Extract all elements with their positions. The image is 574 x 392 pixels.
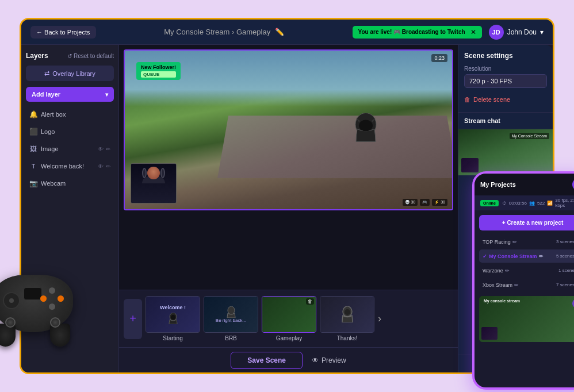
add-layer-button[interactable]: Add layer ▾: [26, 87, 114, 102]
layer-name-image: Image: [41, 145, 94, 152]
main-content: New Follower! QUEUE: [119, 45, 458, 372]
resolution-select[interactable]: 720 p - 30 FPS 1080 p - 60 FPS 480 p - 3…: [464, 74, 547, 88]
scenes-bar: + Welcome ! Starting: [119, 290, 458, 347]
save-scene-button[interactable]: Save Scene: [231, 352, 303, 369]
project-name-xbox-stream: Xbox Stream ✏: [483, 282, 556, 288]
project-name-top-racing: TOP Racing ✏: [483, 239, 556, 245]
layer-item-image[interactable]: 🖼 Image 👁 ✏: [26, 142, 114, 156]
preview-button[interactable]: 👁 Preview: [312, 356, 346, 364]
status-online-badge: Online: [480, 200, 499, 206]
scene-label-starting: Starting: [163, 335, 182, 341]
gamepad-decoration: [0, 275, 79, 349]
image-icon: 🖼: [29, 145, 37, 153]
layer-item-alert-box[interactable]: 🔔 Alert box: [26, 107, 114, 121]
phone-preview-webcam: [481, 327, 498, 340]
image-edit-icon[interactable]: ✏: [106, 146, 110, 152]
project-name-my-console: ✓ My Console Stream ✏: [483, 253, 556, 259]
stream-chat-header: Stream chat: [458, 113, 553, 129]
resolution-label: Resolution: [464, 66, 547, 72]
phone-project-top-racing[interactable]: TOP Racing ✏ 3 scenes 🗑: [479, 235, 574, 248]
layer-item-welcome[interactable]: T Welcome back! 👁 ✏: [26, 159, 114, 173]
welcome-visibility-icon[interactable]: 👁: [98, 163, 104, 170]
layer-name-webcam: Webcam: [41, 180, 110, 187]
game-scene: New Follower! QUEUE: [125, 51, 452, 209]
stream-preview-thumbnail: My Console Stream: [458, 129, 553, 175]
layer-name-logo: Logo: [41, 128, 110, 135]
webcam-overlay: [131, 163, 177, 203]
scene-thumb-brb: Be right back...: [204, 296, 258, 333]
scene-label-gameplay: Gameplay: [276, 335, 303, 341]
svg-point-8: [345, 309, 350, 315]
app-header: ← Back to Projects My Console Stream › G…: [21, 20, 553, 45]
scene-separator: ›: [232, 28, 236, 36]
alert-box-icon: 🔔: [29, 110, 37, 118]
welcome-actions: 👁 ✏: [98, 163, 110, 170]
scene-thumb-starting: Welcome !: [146, 296, 200, 333]
phone-status-bar: Online ⏱00:03:56 👥522 📶30 fps, 2760 kbps: [474, 195, 574, 210]
svg-point-6: [228, 306, 235, 314]
edit-pencil-icon[interactable]: ✏️: [275, 28, 284, 36]
image-visibility-icon[interactable]: 👁: [98, 146, 104, 152]
canvas-area: New Follower! QUEUE: [119, 45, 458, 290]
game-hud: 💀 30 🎮 ⚡ 30: [403, 199, 447, 206]
logo-icon: ⬛: [29, 128, 37, 136]
phone-project-list: TOP Racing ✏ 3 scenes 🗑 ✓ My Console Str…: [474, 235, 574, 291]
live-badge: You are live! 🎮 Broadcasting to Twitch ✕: [353, 26, 482, 39]
svg-point-1: [359, 120, 373, 132]
back-to-projects-button[interactable]: ← Back to Projects: [30, 26, 96, 39]
status-info: ⏱00:03:56 👥522 📶30 fps, 2760 kbps: [502, 198, 574, 208]
welcome-edit-icon[interactable]: ✏: [106, 163, 110, 170]
layer-item-logo[interactable]: ⬛ Logo: [26, 125, 114, 139]
eye-icon: 👁: [312, 356, 319, 364]
scenes-scroll-right[interactable]: ›: [378, 313, 381, 325]
scene-delete-button[interactable]: 🗑: [306, 298, 314, 305]
scene-item-brb[interactable]: Be right back... BRB: [204, 296, 258, 341]
overlay-icon: ⇄: [44, 70, 49, 77]
phone-preview-section: My console stream 👤: [479, 296, 574, 342]
phone-overlay: My Projects JD Online ⏱00:03:56 👥522 📶30…: [472, 171, 574, 390]
follower-alert: New Follower! QUEUE: [136, 62, 181, 80]
live-close-button[interactable]: ✕: [470, 28, 476, 36]
trash-icon: 🗑: [464, 96, 470, 103]
scene-settings: Scene settings Resolution 720 p - 30 FPS…: [458, 45, 553, 113]
layer-item-webcam[interactable]: 📷 Webcam: [26, 176, 114, 190]
stream-canvas[interactable]: New Follower! QUEUE: [124, 49, 453, 210]
scene-item-starting[interactable]: Welcome ! Starting: [146, 296, 200, 341]
scene-name: Gameplay: [236, 28, 270, 36]
phone-project-warzone[interactable]: Warzone ✏ 1 scene 🗑: [479, 264, 574, 277]
add-layer-chevron-icon: ▾: [105, 91, 108, 98]
phone-title: My Projects: [480, 181, 516, 188]
phone-project-my-console[interactable]: ✓ My Console Stream ✏ 5 scenes 🗑: [479, 249, 574, 263]
phone-header: My Projects JD: [474, 174, 574, 195]
game-timer: 0:23: [431, 54, 447, 62]
user-name: John Dou: [507, 28, 537, 36]
layer-name-alert-box: Alert box: [41, 111, 110, 118]
user-dropdown-icon[interactable]: ▾: [540, 28, 544, 36]
scene-label-thanks: Thanks!: [337, 335, 358, 341]
overlay-library-button[interactable]: ⇄ Overlay Library: [26, 66, 114, 81]
reset-to-default-button[interactable]: ↺ Reset to default: [67, 53, 114, 59]
project-title: My Console Stream › Gameplay ✏️: [103, 28, 346, 36]
scene-thumb-gameplay: 🗑: [262, 296, 316, 333]
scene-settings-title: Scene settings: [464, 52, 547, 60]
image-actions: 👁 ✏: [98, 146, 110, 152]
project-name-warzone: Warzone ✏: [483, 268, 558, 274]
svg-point-5: [171, 315, 175, 320]
add-scene-button[interactable]: +: [124, 299, 142, 339]
scene-thumb-thanks: [320, 296, 374, 333]
delete-scene-button[interactable]: 🗑 Delete scene: [464, 94, 510, 105]
scene-item-gameplay[interactable]: 🗑 Gameplay: [262, 296, 316, 341]
webcam-icon: 📷: [29, 179, 37, 187]
scene-item-thanks[interactable]: Thanks!: [320, 296, 374, 341]
phone-project-xbox-stream[interactable]: Xbox Stream ✏ 7 scenes 🗑: [479, 278, 574, 291]
text-icon: T: [29, 162, 37, 170]
user-info: JD John Dou ▾: [489, 25, 544, 40]
preview-scene-title: My console stream: [484, 299, 520, 303]
live-text: You are live! 🎮 Broadcasting to Twitch: [358, 29, 465, 35]
project-name: My Console Stream: [164, 28, 229, 36]
main-window: ← Back to Projects My Console Stream › G…: [20, 18, 554, 374]
sidebar-header: Layers ↺ Reset to default: [26, 52, 114, 60]
bottom-toolbar: Save Scene 👁 Preview: [119, 347, 458, 372]
layer-name-welcome: Welcome back!: [41, 163, 94, 170]
create-project-button[interactable]: + Create a new project: [479, 215, 574, 230]
